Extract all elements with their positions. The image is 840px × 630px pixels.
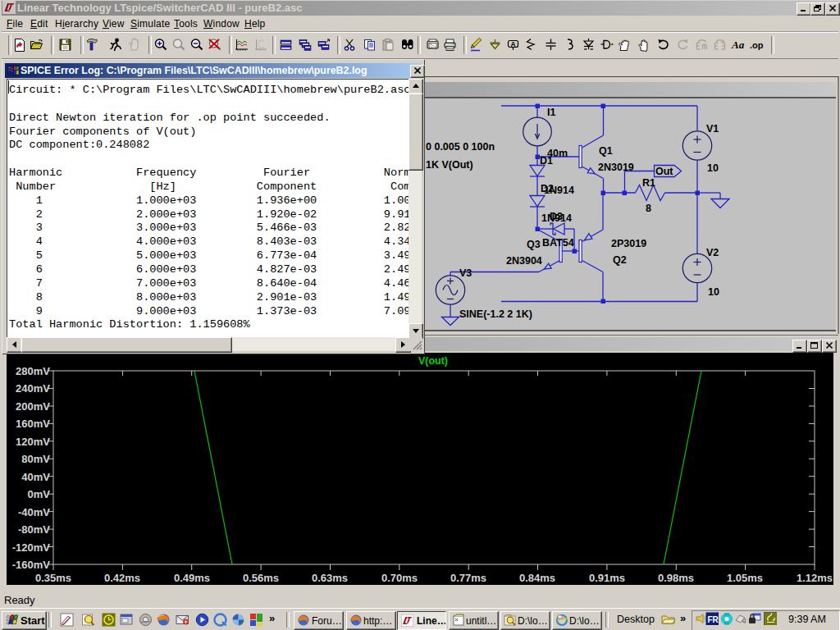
svg-text:0.77ms: 0.77ms xyxy=(450,572,486,584)
svg-text:2N3019: 2N3019 xyxy=(598,162,634,173)
svg-text:2P3019: 2P3019 xyxy=(611,238,646,249)
svg-text:V2: V2 xyxy=(706,247,719,258)
svg-text:280mV: 280mV xyxy=(16,365,50,377)
svg-text:160mV: 160mV xyxy=(16,418,50,430)
svg-text:Out: Out xyxy=(655,166,673,177)
svg-text:V1: V1 xyxy=(706,123,719,135)
svg-text:120mV: 120mV xyxy=(16,436,50,448)
svg-text:2N3904: 2N3904 xyxy=(506,255,542,267)
svg-text:80mV: 80mV xyxy=(21,453,50,465)
svg-text:V3: V3 xyxy=(459,267,472,279)
svg-text:Q1: Q1 xyxy=(599,145,613,157)
svg-text:0.35ms: 0.35ms xyxy=(35,572,71,584)
svg-text:I1: I1 xyxy=(547,107,555,118)
svg-text:Aa: Aa xyxy=(731,39,745,51)
svg-text:0 0.005 0 100n: 0 0.005 0 100n xyxy=(426,141,495,153)
svg-text:-80mV: -80mV xyxy=(18,523,50,536)
svg-text:10: 10 xyxy=(708,286,719,298)
svg-text:0.70ms: 0.70ms xyxy=(381,572,418,584)
svg-text:Q2: Q2 xyxy=(613,254,627,266)
svg-text:1.12ms: 1.12ms xyxy=(797,572,833,584)
svg-text:-160mV: -160mV xyxy=(12,559,51,571)
svg-text:0.84ms: 0.84ms xyxy=(519,572,555,584)
svg-text:SINE(-1.2 2 1K): SINE(-1.2 2 1K) xyxy=(459,308,532,320)
svg-text:A: A xyxy=(511,40,516,48)
svg-text:FR: FR xyxy=(708,615,719,624)
svg-text:R1: R1 xyxy=(642,177,655,189)
svg-text:Q3: Q3 xyxy=(527,239,541,250)
svg-text:BAT54: BAT54 xyxy=(542,237,574,249)
svg-text:-40mV: -40mV xyxy=(18,506,50,518)
svg-text:D1: D1 xyxy=(540,155,553,167)
svg-text:240mV: 240mV xyxy=(16,382,50,395)
svg-text:0.56ms: 0.56ms xyxy=(243,572,279,584)
svg-text:8: 8 xyxy=(646,203,651,214)
svg-text:1.05ms: 1.05ms xyxy=(727,572,763,584)
svg-text:1N914: 1N914 xyxy=(541,212,572,224)
svg-text:0.63ms: 0.63ms xyxy=(312,572,348,584)
svg-text:0.42ms: 0.42ms xyxy=(104,572,140,584)
svg-text:.op: .op xyxy=(750,40,764,50)
svg-text:0.49ms: 0.49ms xyxy=(174,572,210,584)
svg-text:10: 10 xyxy=(707,162,719,174)
svg-text:0mV: 0mV xyxy=(28,488,51,500)
svg-text:1N914: 1N914 xyxy=(544,185,574,196)
svg-text:0.98ms: 0.98ms xyxy=(658,572,694,584)
svg-text:V(out): V(out) xyxy=(418,355,448,367)
svg-text:40mV: 40mV xyxy=(21,471,50,483)
svg-text:-120mV: -120mV xyxy=(12,541,51,554)
svg-text:1K V(Out): 1K V(Out) xyxy=(426,159,473,171)
svg-text:0.91ms: 0.91ms xyxy=(589,572,625,584)
svg-text:200mV: 200mV xyxy=(16,400,50,413)
